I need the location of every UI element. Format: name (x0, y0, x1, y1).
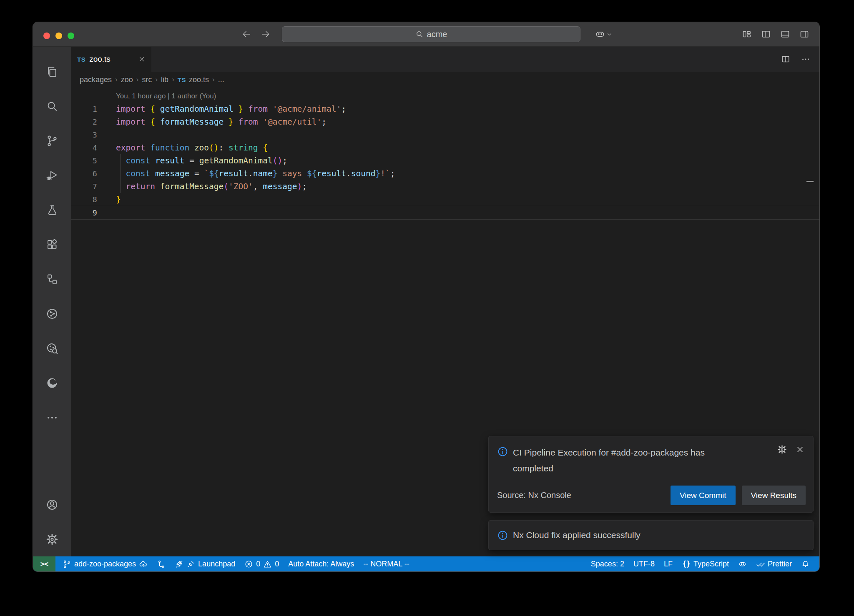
launchpad-item[interactable]: Launchpad (170, 556, 240, 571)
activity-item-edge[interactable] (33, 366, 71, 400)
warning-icon (263, 560, 272, 568)
close-window-button[interactable] (43, 33, 50, 39)
line-number[interactable]: 3 (71, 128, 97, 141)
code-line-6[interactable]: 6 const message = `${result.name} says $… (71, 167, 819, 180)
line-number[interactable]: 6 (71, 167, 97, 180)
testing-icon (46, 204, 58, 216)
line-number[interactable]: 4 (71, 141, 97, 154)
copilot-item[interactable] (733, 556, 751, 571)
nx-pipeline-item[interactable] (152, 556, 170, 571)
tab-bar: TS zoo.ts (71, 47, 819, 72)
eol-item[interactable]: LF (659, 556, 677, 571)
code-text: const message = `${result.name} says ${r… (97, 167, 395, 180)
indentation-item-label: Spaces: 2 (591, 560, 624, 568)
split-editor-button[interactable] (781, 55, 790, 64)
activity-item-account[interactable] (33, 487, 71, 522)
encoding-item[interactable]: UTF-8 (629, 556, 659, 571)
editor-more-actions-button[interactable] (801, 55, 810, 64)
info-icon (497, 530, 508, 541)
indentation-item[interactable]: Spaces: 2 (586, 556, 629, 571)
code-text (97, 206, 116, 219)
language-item[interactable]: {}TypeScript (677, 556, 733, 571)
breadcrumb-separator: › (136, 75, 139, 84)
minimize-window-button[interactable] (55, 33, 62, 39)
account-icon (46, 498, 58, 511)
activity-item-settings[interactable] (33, 522, 71, 556)
notification-message: Nx Cloud fix applied successfully (513, 530, 640, 540)
info-icon (497, 446, 508, 457)
problems-item-label: 0 (256, 560, 260, 568)
breadcrumb-item-lib[interactable]: lib (161, 75, 168, 84)
prettier-item-label: Prettier (768, 560, 792, 568)
vim-mode-item[interactable]: -- NORMAL -- (359, 556, 414, 571)
notification-source: Source: Nx Console (497, 491, 571, 500)
explorer-icon (46, 65, 58, 78)
breadcrumb-item-zoo[interactable]: zoo (121, 75, 133, 84)
breadcrumb-item-src[interactable]: src (142, 75, 152, 84)
view-commit-button[interactable]: View Commit (671, 486, 736, 505)
typescript-file-icon: TS (178, 76, 186, 83)
indent-guide (120, 167, 121, 180)
code-line-9[interactable]: 9 (71, 206, 819, 220)
forward-button[interactable] (261, 29, 271, 39)
code-line-5[interactable]: 5 const result = getRandomAnimal(); (71, 154, 819, 167)
bell-icon (801, 560, 810, 568)
toggle-secondary-sidebar-button[interactable] (799, 29, 809, 39)
line-number[interactable]: 9 (71, 206, 97, 219)
code-line-2[interactable]: 2import { formatMessage } from '@acme/ut… (71, 115, 819, 128)
notification-settings-icon[interactable] (777, 445, 787, 454)
breadcrumb-item--[interactable]: ... (218, 75, 224, 84)
notification-message: CI Pipeline Execution for #add-zoo-packa… (513, 445, 740, 476)
command-center-search[interactable]: acme (282, 26, 580, 42)
overview-ruler-cursor-mark (806, 181, 814, 182)
error-icon (244, 560, 253, 568)
git-branch-item[interactable]: add-zoo-packages (58, 556, 152, 571)
code-line-4[interactable]: 4export function zoo(): string { (71, 141, 819, 154)
breadcrumb-item-packages[interactable]: packages (80, 75, 112, 84)
activity-item-nx-graph[interactable] (33, 296, 71, 331)
nx-graph-icon (46, 308, 58, 320)
activity-bar (33, 47, 71, 556)
code-text: } (97, 193, 121, 206)
source-control-icon (46, 135, 58, 147)
activity-item-testing[interactable] (33, 193, 71, 227)
remote-indicator[interactable]: >< (33, 556, 55, 571)
line-number[interactable]: 1 (71, 103, 97, 115)
activity-item-nx-graph-search[interactable] (33, 331, 71, 366)
run-debug-icon (46, 169, 58, 182)
line-number[interactable]: 7 (71, 180, 97, 193)
activity-item-more[interactable] (33, 400, 71, 435)
toggle-sidebar-button[interactable] (761, 29, 771, 39)
problems-item[interactable]: 00 (240, 556, 284, 571)
view-results-button[interactable]: View Results (742, 486, 806, 505)
activity-item-run-debug[interactable] (33, 158, 71, 193)
line-number[interactable]: 8 (71, 193, 97, 206)
activity-item-references[interactable] (33, 262, 71, 296)
copilot-menu[interactable] (595, 22, 613, 46)
code-line-7[interactable]: 7 return formatMessage('ZOO', message); (71, 180, 819, 193)
tab-label: zoo.ts (89, 55, 111, 64)
activity-item-source-control[interactable] (33, 123, 71, 158)
auto-attach-item[interactable]: Auto Attach: Always (284, 556, 359, 571)
bell-item[interactable] (796, 556, 814, 571)
breadcrumb-item-zoo-ts[interactable]: TSzoo.ts (178, 75, 209, 84)
breadcrumb-separator: › (172, 75, 174, 84)
tab-zoo-ts[interactable]: TS zoo.ts (71, 47, 151, 72)
activity-item-explorer[interactable] (33, 54, 71, 89)
activity-item-search[interactable] (33, 89, 71, 123)
toggle-panel-button[interactable] (780, 29, 790, 39)
prettier-item[interactable]: Prettier (751, 556, 796, 571)
activity-item-extensions[interactable] (33, 227, 71, 262)
line-number[interactable]: 2 (71, 115, 97, 128)
code-line-1[interactable]: 1import { getRandomAnimal } from '@acme/… (71, 103, 819, 115)
back-button[interactable] (241, 29, 251, 39)
close-tab-icon[interactable] (138, 55, 146, 63)
git-branch-icon (63, 560, 71, 568)
code-line-8[interactable]: 8} (71, 193, 819, 206)
launchpad-item-label: Launchpad (198, 560, 235, 568)
customize-layout-button[interactable] (742, 29, 752, 39)
code-line-3[interactable]: 3 (71, 128, 819, 141)
line-number[interactable]: 5 (71, 154, 97, 167)
zoom-window-button[interactable] (68, 33, 74, 39)
notification-close-icon[interactable] (795, 445, 805, 454)
